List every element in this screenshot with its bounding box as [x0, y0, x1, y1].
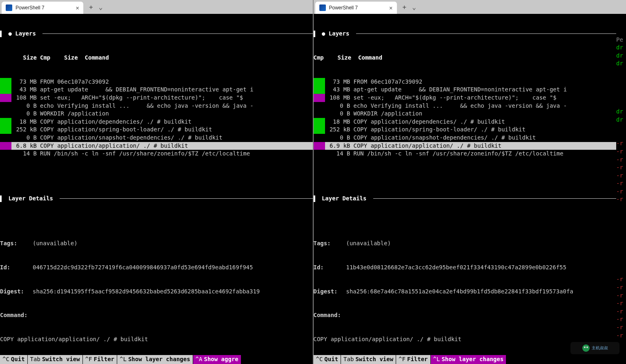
- layers-column-header: SizeCmpCmp Size Command: [0, 54, 313, 62]
- tab-powershell[interactable]: PowerShell 7 ✕: [2, 2, 83, 14]
- layer-row[interactable]: 0 B WORKDIR /application: [0, 110, 313, 118]
- detail-digest: Digest:sha256:68e7a46c78a1551a2e04ca2ef4…: [314, 288, 626, 296]
- new-tab-button[interactable]: +: [403, 3, 407, 11]
- layer-row[interactable]: 73 MB FROM 06ec107a7c39092: [0, 78, 313, 86]
- layer-row[interactable]: 14 B RUN /bin/sh -c ln -snf /usr/share/z…: [0, 150, 313, 158]
- detail-tags: Tags:(unavailable): [0, 240, 313, 248]
- layer-row[interactable]: 73 MB FROM 06ec107a7c39092: [314, 78, 626, 86]
- layer-row[interactable]: 18 MB COPY application/dependencies/ ./ …: [314, 118, 626, 126]
- tab-bar: PowerShell 7 ✕ + ⌄: [314, 0, 626, 14]
- close-icon[interactable]: ✕: [389, 4, 392, 11]
- layer-row[interactable]: 43 MB apt-get update && DEBIAN_FRONTEND=…: [314, 86, 626, 94]
- layer-details-header: Layer Details: [0, 195, 313, 203]
- tab-title: PowerShell 7: [16, 5, 73, 11]
- detail-command-label: Command:: [0, 311, 313, 320]
- close-icon[interactable]: ✕: [76, 4, 79, 11]
- right-pane: PowerShell 7 ✕ + ⌄ ● Layers Cmp Size Com…: [313, 0, 626, 364]
- layer-row[interactable]: 252 kB COPY application/spring-boot-load…: [314, 126, 626, 134]
- layer-row[interactable]: 0 B echo Verifying install ... && echo j…: [0, 102, 313, 110]
- terminal-right[interactable]: ● Layers Cmp Size Command 73 MB FROM 06e…: [314, 14, 626, 364]
- powershell-icon: [319, 4, 326, 11]
- status-show-aggre[interactable]: ^AShow aggre: [193, 355, 241, 364]
- status-filter[interactable]: ^FFilter: [396, 355, 430, 364]
- detail-id: Id:11b43e0d08126682e7ac3cc62de95beef021f…: [314, 264, 626, 272]
- status-quit[interactable]: ^CQuit: [0, 355, 27, 364]
- layer-row[interactable]: 0 B COPY application/snapshot-dependenci…: [0, 134, 313, 142]
- status-switch-view[interactable]: TabSwitch view: [28, 355, 82, 364]
- new-tab-button[interactable]: +: [89, 3, 93, 11]
- tab-dropdown-icon[interactable]: ⌄: [412, 3, 416, 11]
- svg-point-2: [586, 346, 588, 348]
- detail-command-label: Command:: [314, 311, 626, 320]
- layers-header: ● Layers: [314, 30, 626, 38]
- tab-dropdown-icon[interactable]: ⌄: [99, 3, 103, 11]
- layer-row[interactable]: 252 kB COPY application/spring-boot-load…: [0, 126, 313, 134]
- layer-row[interactable]: 108 MB set -eux; ARCH="$(dpkg --print-ar…: [0, 94, 313, 102]
- layers-column-header: Cmp Size Command: [314, 54, 626, 62]
- status-filter[interactable]: ^FFilter: [83, 355, 117, 364]
- status-quit[interactable]: ^CQuit: [314, 355, 341, 364]
- partial-column: Pedrdrdr drdr -r-r-r-r-r-r-r-r -r-r-r-r-…: [616, 28, 626, 364]
- detail-command: COPY application/application/ ./ # build…: [0, 335, 313, 344]
- watermark: 主机叔叔: [570, 342, 619, 354]
- detail-id: Id:046715d22dc9d322fb727419f6ca040099846…: [0, 264, 313, 272]
- layer-details-header: Layer Details: [314, 195, 626, 203]
- layer-row[interactable]: 6.8 kB COPY application/application/ ./ …: [0, 142, 313, 150]
- tab-bar: PowerShell 7 ✕ + ⌄: [0, 0, 313, 14]
- layer-row[interactable]: 0 B COPY application/snapshot-dependenci…: [314, 134, 626, 142]
- terminal-left[interactable]: ● Layers SizeCmpCmp Size Command 73 MB F…: [0, 14, 313, 364]
- layers-header: ● Layers: [0, 30, 313, 38]
- status-show-layer-changes[interactable]: ^LShow layer changes: [431, 355, 506, 364]
- layer-row[interactable]: 14 B RUN /bin/sh -c ln -snf /usr/share/z…: [314, 150, 626, 158]
- layer-row[interactable]: 43 MB apt-get update && DEBIAN_FRONTEND=…: [0, 86, 313, 94]
- status-bar: ^CQuitTabSwitch view^FFilter^LShow layer…: [314, 355, 626, 364]
- svg-point-1: [584, 346, 586, 348]
- layer-row[interactable]: 18 MB COPY application/dependencies/ ./ …: [0, 118, 313, 126]
- layer-row[interactable]: 0 B WORKDIR /application: [314, 110, 626, 118]
- powershell-icon: [6, 4, 12, 11]
- svg-point-0: [582, 344, 590, 352]
- detail-tags: Tags:(unavailable): [314, 240, 626, 248]
- tab-title: PowerShell 7: [329, 5, 386, 11]
- status-bar: ^CQuitTabSwitch view^FFilter^LShow layer…: [0, 355, 313, 364]
- status-show-layer-changes[interactable]: ^LShow layer changes: [117, 355, 193, 364]
- layer-row[interactable]: 0 B echo Verifying install ... && echo j…: [314, 102, 626, 110]
- layer-row[interactable]: 6.9 kB COPY application/application/ ./ …: [314, 142, 626, 150]
- status-switch-view[interactable]: TabSwitch view: [341, 355, 396, 364]
- detail-digest: Digest:sha256:d1941595ff5aacf9582d945663…: [0, 288, 313, 296]
- left-pane: PowerShell 7 ✕ + ⌄ ● Layers SizeCmpCmp S…: [0, 0, 313, 364]
- layer-row[interactable]: 108 MB set -eux; ARCH="$(dpkg --print-ar…: [314, 94, 626, 102]
- tab-powershell[interactable]: PowerShell 7 ✕: [315, 2, 397, 14]
